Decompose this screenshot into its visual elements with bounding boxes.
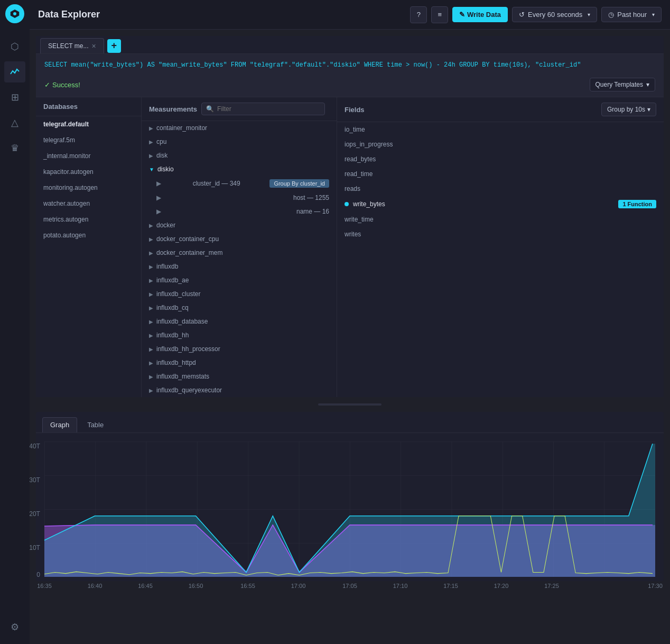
fields-column: Fields Group by 10s ▾ io_time iops [337, 97, 664, 397]
sidebar-item-dashboards[interactable]: ⊞ [4, 87, 25, 108]
field-iops-in-progress[interactable]: iops_in_progress [337, 137, 664, 152]
measurement-container-monitor[interactable]: ▶ container_monitor [142, 121, 337, 135]
time-range-button[interactable]: ◷ Past hour ▾ [601, 7, 662, 22]
write-data-button[interactable]: ✎ Write Data [452, 7, 508, 22]
field-write-bytes[interactable]: write_bytes 1 Function [337, 196, 664, 212]
field-io-time[interactable]: io_time [337, 122, 664, 137]
measurement-diskio[interactable]: ▼ diskio [142, 162, 337, 176]
x-label-1720: 17:20 [494, 583, 509, 589]
group-by-time-button[interactable]: Group by 10s ▾ [601, 103, 656, 116]
search-icon: 🔍 [206, 105, 214, 113]
sidebar-item-settings[interactable]: ⚙ [4, 617, 25, 638]
help-button[interactable]: ? [410, 6, 427, 23]
measurement-docker-container-cpu[interactable]: ▶ docker_container_cpu [142, 232, 337, 246]
tab-table[interactable]: Table [79, 417, 111, 433]
sidebar-item-home[interactable]: ⬡ [4, 36, 25, 57]
success-text: Success! [52, 81, 80, 89]
db-item-internal-monitor[interactable]: _internal.monitor [36, 148, 141, 164]
chevron-right-icon: ▶ [149, 264, 153, 270]
graph-tabs-row: Graph Table [36, 412, 664, 433]
query-templates-button[interactable]: Query Templates ▾ [590, 78, 656, 91]
db-item-watcher-autogen[interactable]: watcher.autogen [36, 196, 141, 211]
measurement-influxdb-ae[interactable]: ▶ influxdb_ae [142, 273, 337, 287]
chart-area: 40T 30T 20T 10T 0 16:35 [36, 433, 664, 581]
tab-graph[interactable]: Graph [42, 417, 77, 433]
measurement-influxdb-hh-processor[interactable]: ▶ influxdb_hh_processor [142, 342, 337, 356]
measurement-influxdb-memstats[interactable]: ▶ influxdb_memstats [142, 370, 337, 383]
sidebar-item-admin[interactable]: ♛ [4, 137, 25, 159]
y-label-30t: 30T [29, 476, 40, 484]
query-text[interactable]: SELECT mean("write_bytes") AS "mean_writ… [44, 60, 655, 70]
measurement-label: influxdb_ae [156, 277, 189, 284]
horizontal-scrollbar[interactable] [318, 403, 381, 406]
query-editor[interactable]: SELECT mean("write_bytes") AS "mean_writ… [36, 54, 664, 75]
y-label-40t: 40T [29, 443, 40, 450]
chevron-right-icon: ▶ [149, 319, 153, 325]
y-label-0: 0 [36, 571, 40, 578]
measurement-influxdb-queryexecutor[interactable]: ▶ influxdb_queryexecutor [142, 383, 337, 397]
measurement-docker[interactable]: ▶ docker [142, 218, 337, 232]
function-badge[interactable]: 1 Function [618, 200, 656, 208]
measurement-influxdb[interactable]: ▶ influxdb [142, 260, 337, 273]
databases-header: Databases [36, 97, 141, 116]
measurement-influxdb-cq[interactable]: ▶ influxdb_cq [142, 301, 337, 315]
graph-panel: Graph Table 40T 30T 20T [36, 412, 664, 581]
db-item-telegraf-5m[interactable]: telegraf.5m [36, 132, 141, 148]
chevron-right-icon: ▶ [149, 125, 153, 131]
sidebar-item-data-explorer[interactable] [4, 61, 25, 82]
measurement-label: influxdb_hh [156, 332, 189, 339]
list-button[interactable]: ≡ [431, 6, 448, 23]
sidebar: ⬡ ⊞ △ ♛ ⚙ [0, 0, 30, 644]
field-write-time[interactable]: write_time [337, 212, 664, 227]
chevron-right-icon: ▶ [149, 223, 153, 228]
topbar: Data Explorer ? ≡ ✎ Write Data ↺ Every 6… [30, 0, 670, 30]
measurements-filter-input[interactable] [217, 105, 320, 113]
query-success-badge: ✓ Success! [44, 81, 80, 89]
query-tab-0[interactable]: SELECT me... × [40, 38, 104, 53]
close-tab-icon[interactable]: × [91, 42, 96, 50]
db-item-telegraf-default[interactable]: telegraf.default [36, 116, 141, 132]
chevron-right-icon: ▶ [149, 250, 153, 256]
measurement-docker-container-mem[interactable]: ▶ docker_container_mem [142, 246, 337, 260]
tag-cluster-id[interactable]: ▶ cluster_id — 349 Group By cluster_id [142, 176, 337, 191]
db-item-potato-autogen[interactable]: potato.autogen [36, 227, 141, 243]
topbar-actions: ? ≡ ✎ Write Data ↺ Every 60 seconds ▾ ◷ … [410, 6, 662, 23]
refresh-caret-icon: ▾ [588, 12, 590, 17]
measurement-label: influxdb_queryexecutor [156, 387, 222, 394]
tag-host[interactable]: ▶ host — 1255 [142, 191, 337, 205]
schema-browser: Databases telegraf.default telegraf.5m _… [36, 97, 664, 397]
logo[interactable] [5, 4, 24, 23]
query-tabs-row: SELECT me... × + [36, 36, 664, 54]
x-label-1635: 16:35 [37, 583, 52, 589]
measurement-disk[interactable]: ▶ disk [142, 149, 337, 162]
field-reads[interactable]: reads [337, 181, 664, 196]
time-range-label: Past hour [617, 11, 647, 19]
field-read-bytes[interactable]: read_bytes [337, 152, 664, 167]
field-writes[interactable]: writes [337, 227, 664, 242]
fields-header: Fields Group by 10s ▾ [337, 97, 664, 122]
measurement-influxdb-hh[interactable]: ▶ influxdb_hh [142, 328, 337, 342]
refresh-icon: ↺ [519, 11, 525, 19]
refresh-interval-button[interactable]: ↺ Every 60 seconds ▾ [512, 7, 597, 22]
field-label-text: write_bytes [353, 200, 385, 208]
add-query-tab-button[interactable]: + [107, 39, 121, 53]
measurement-label: container_monitor [156, 124, 207, 132]
x-label-1700: 17:00 [291, 583, 306, 589]
measurement-influxdb-database[interactable]: ▶ influxdb_database [142, 315, 337, 328]
measurement-influxdb-cluster[interactable]: ▶ influxdb_cluster [142, 287, 337, 301]
field-label-text: write_time [345, 216, 374, 223]
measurement-influxdb-httpd[interactable]: ▶ influxdb_httpd [142, 356, 337, 370]
tag-expand-icon: ▶ [156, 180, 161, 187]
x-label-1730: 17:30 [648, 583, 663, 589]
group-by-cluster-id-button[interactable]: Group By cluster_id [269, 179, 329, 188]
x-label-1650: 16:50 [189, 583, 203, 589]
measurement-cpu[interactable]: ▶ cpu [142, 135, 337, 149]
sidebar-item-alerts[interactable]: △ [4, 112, 25, 133]
db-item-metrics-autogen[interactable]: metrics.autogen [36, 211, 141, 227]
measurement-label: docker [156, 222, 175, 229]
db-item-monitoring-autogen[interactable]: monitoring.autogen [36, 180, 141, 196]
field-read-time[interactable]: read_time [337, 167, 664, 181]
measurement-label: influxdb_cq [156, 304, 189, 311]
db-item-kapacitor-autogen[interactable]: kapacitor.autogen [36, 164, 141, 180]
tag-name[interactable]: ▶ name — 16 [142, 205, 337, 218]
